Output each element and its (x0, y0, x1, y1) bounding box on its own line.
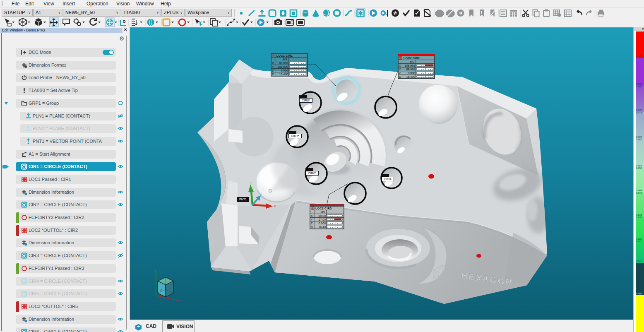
svg-text:X: X (179, 300, 181, 303)
svg-text:Z: Z (160, 289, 162, 291)
svg-text:x: x (274, 204, 276, 208)
svg-text:z: z (260, 192, 262, 195)
svg-text:y: y (250, 181, 252, 185)
svg-text:Y: Y (154, 269, 156, 272)
